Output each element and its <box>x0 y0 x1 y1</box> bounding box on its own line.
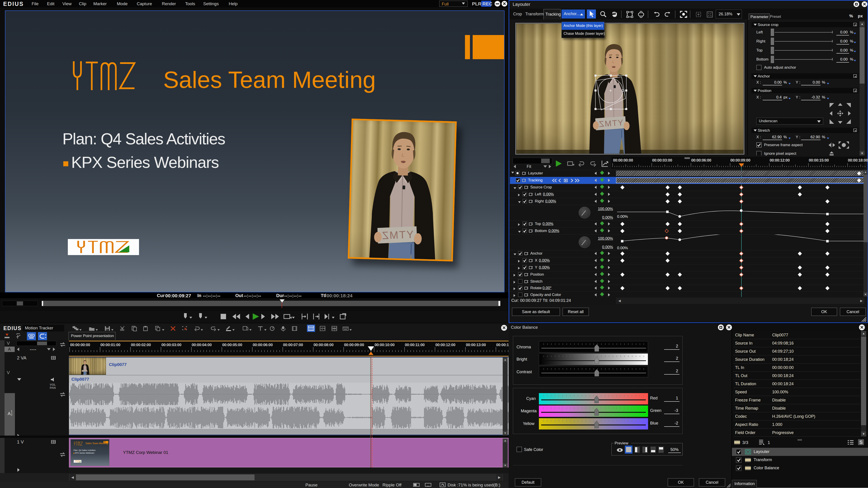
svg-text:S: S <box>860 440 863 445</box>
